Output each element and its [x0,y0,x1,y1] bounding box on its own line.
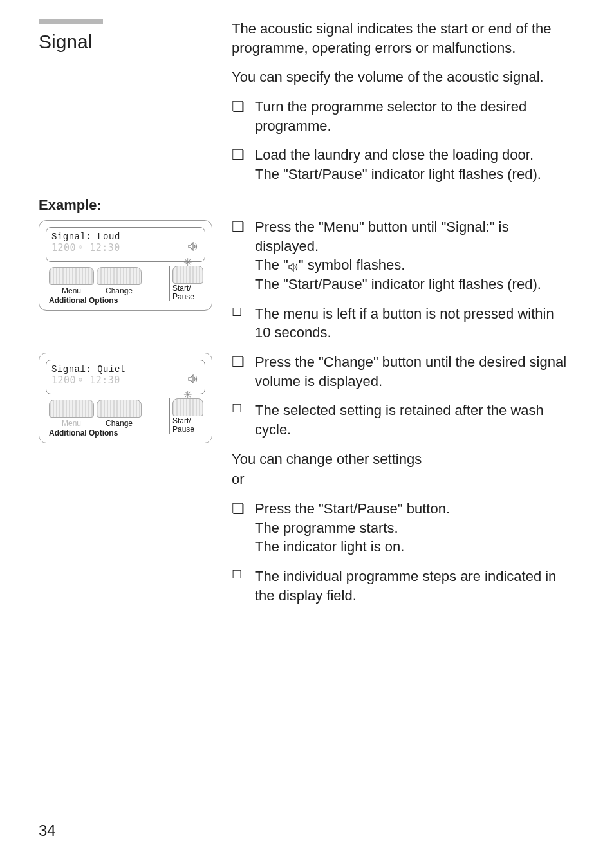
change-button[interactable] [97,267,142,285]
step-text: Press the "Start/Pause" button. The prog… [255,499,575,557]
lcd-line2: 1200 12:30 [51,374,200,386]
indicator-light-icon: ✳ [183,256,192,268]
change-label: Change [97,286,142,295]
note-square-icon: ☐ [232,401,255,416]
start-pause-button[interactable]: ✳ [172,398,203,416]
speaker-icon [188,242,198,254]
intro-paragraph-1: The acoustic signal indicates the start … [232,19,575,57]
body-text: You can change other settings [232,450,575,469]
bullet-square-icon: ❏ [232,217,255,237]
note-text: The menu is left if a button is not pres… [255,304,575,342]
bullet-square-icon: ❏ [232,353,255,372]
lcd-line1: Signal: Quiet [51,364,200,374]
device-display-panel: Signal: Loud 1200 12:30 Menu Change [39,220,212,311]
menu-button[interactable] [49,267,94,285]
device-display-panel: Signal: Quiet 1200 12:30 Menu Change [39,353,212,443]
change-label: Change [97,419,142,428]
start-pause-button[interactable]: ✳ [172,266,203,284]
rpm-icon [79,378,83,382]
note-square-icon: ☐ [232,304,255,320]
step-text: Turn the programme selector to the desir… [255,97,575,135]
lcd-screen: Signal: Loud 1200 12:30 [46,227,205,262]
body-text: or [232,470,575,489]
lcd-screen: Signal: Quiet 1200 12:30 [46,360,205,394]
bullet-square-icon: ❏ [232,145,255,165]
example-label: Example: [39,197,225,214]
rpm-icon [79,245,83,250]
menu-button[interactable] [49,400,94,418]
note-square-icon: ☐ [232,567,255,582]
additional-options-label: Additional Options [49,296,165,305]
step-text: Press the "Menu" button until "Signal:" … [255,217,575,294]
start-pause-label: Start/Pause [172,417,205,434]
accent-bar [39,19,103,24]
lcd-line1: Signal: Loud [51,232,200,242]
additional-options-label: Additional Options [49,429,165,438]
speaker-icon [188,374,198,386]
bullet-square-icon: ❏ [232,97,255,116]
note-text: The selected setting is retained after t… [255,401,575,439]
bullet-square-icon: ❏ [232,499,255,519]
indicator-light-icon: ✳ [183,389,192,401]
step-text: Press the "Change" button until the desi… [255,353,575,391]
note-text: The individual programme steps are indic… [255,567,575,605]
menu-label: Menu [49,419,94,428]
speaker-icon [288,263,299,272]
step-text: Load the laundry and close the loading d… [255,145,575,183]
lcd-line2: 1200 12:30 [51,242,200,254]
intro-paragraph-2: You can specify the volume of the acoust… [232,68,575,87]
start-pause-label: Start/Pause [172,284,205,301]
page-number: 34 [39,822,56,840]
page-title: Signal [39,31,225,52]
menu-label: Menu [49,286,94,295]
change-button[interactable] [97,400,142,418]
